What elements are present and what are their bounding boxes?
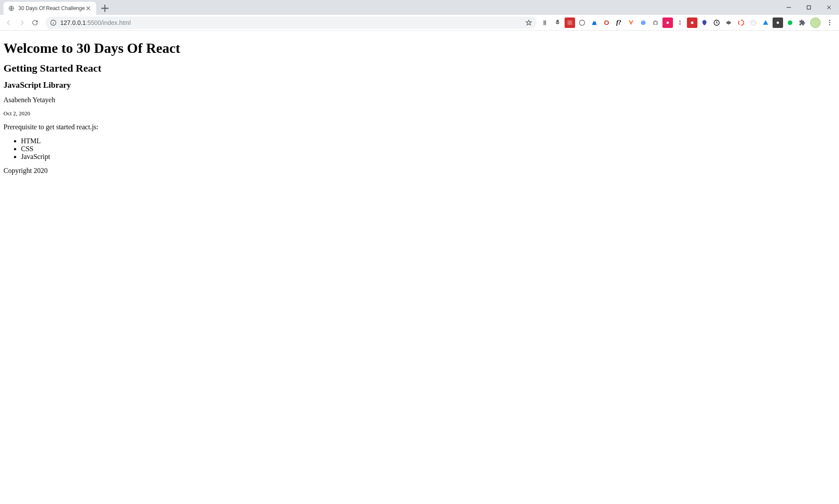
page-heading-h2: Getting Started React xyxy=(3,62,836,74)
extension-icon[interactable] xyxy=(565,17,575,28)
window-minimize-button[interactable] xyxy=(779,0,799,15)
svg-rect-5 xyxy=(568,20,572,25)
author-text: Asabeneh Yetayeh xyxy=(3,96,836,104)
extension-icon[interactable] xyxy=(724,17,734,28)
list-item: CSS xyxy=(21,145,836,153)
browser-tab[interactable]: 30 Days Of React Challenge xyxy=(3,2,96,15)
list-item: HTML xyxy=(21,137,836,145)
extension-icon[interactable] xyxy=(638,17,648,28)
site-info-icon[interactable] xyxy=(50,19,57,26)
extension-icon[interactable] xyxy=(711,17,722,28)
page-heading-h1: Welcome to 30 Days Of React xyxy=(3,40,836,56)
svg-point-6 xyxy=(579,20,585,25)
svg-rect-4 xyxy=(545,20,546,25)
extension-icon[interactable]: f? xyxy=(614,17,624,28)
svg-point-8 xyxy=(666,21,669,24)
extension-icon[interactable] xyxy=(760,17,771,28)
window-controls xyxy=(779,0,839,15)
extension-icon[interactable] xyxy=(748,17,759,28)
window-maximize-button[interactable] xyxy=(799,0,819,15)
svg-point-14 xyxy=(754,22,754,22)
extension-icon[interactable]: O xyxy=(601,17,612,28)
prereq-intro-text: Prerequisite to get started react.js: xyxy=(3,123,836,131)
extension-icon[interactable] xyxy=(662,17,673,28)
browser-toolbar: 127.0.0.1:5500/index.html O f? xyxy=(0,15,839,31)
list-item: JavaScript xyxy=(21,153,836,161)
back-button[interactable] xyxy=(3,17,15,29)
svg-rect-3 xyxy=(544,20,544,25)
svg-rect-9 xyxy=(691,21,693,24)
page-content: Welcome to 30 Days Of React Getting Star… xyxy=(0,31,839,504)
svg-point-12 xyxy=(751,20,756,25)
date-text: Oct 2, 2020 xyxy=(3,110,836,117)
new-tab-button[interactable] xyxy=(99,2,111,14)
extension-icon[interactable] xyxy=(540,17,551,28)
prereq-list: HTML CSS JavaScript xyxy=(3,137,836,161)
svg-point-11 xyxy=(738,20,744,25)
extension-icon[interactable] xyxy=(773,17,783,28)
browser-menu-button[interactable] xyxy=(823,17,836,29)
close-tab-icon[interactable] xyxy=(85,5,92,12)
svg-point-16 xyxy=(788,20,793,25)
url-host: 127.0.0.1 xyxy=(60,19,86,26)
extension-icon[interactable] xyxy=(577,17,587,28)
url-port: :5500 xyxy=(86,19,101,26)
svg-rect-1 xyxy=(807,6,811,9)
footer-text: Copyright 2020 xyxy=(3,167,836,175)
extension-icon[interactable] xyxy=(626,17,636,28)
extension-icon[interactable] xyxy=(785,17,795,28)
reload-button[interactable] xyxy=(29,17,41,29)
tab-strip: 30 Days Of React Challenge xyxy=(0,0,839,15)
svg-point-13 xyxy=(752,22,752,22)
extension-icon[interactable] xyxy=(552,17,563,28)
globe-favicon-icon xyxy=(8,5,15,12)
extension-icon[interactable] xyxy=(736,17,746,28)
extensions-row: O f? xyxy=(540,17,836,29)
page-heading-h3: JavaScript Library xyxy=(3,80,836,90)
svg-point-7 xyxy=(641,20,646,25)
svg-point-15 xyxy=(777,21,779,24)
url-text: 127.0.0.1:5500/index.html xyxy=(60,19,522,26)
extensions-puzzle-icon[interactable] xyxy=(797,17,808,28)
url-path: /index.html xyxy=(101,19,131,26)
forward-button[interactable] xyxy=(16,17,28,29)
extension-icon[interactable] xyxy=(699,17,710,28)
extension-icon[interactable] xyxy=(589,17,600,28)
window-close-button[interactable] xyxy=(819,0,839,15)
tab-title: 30 Days Of React Challenge xyxy=(18,5,85,11)
extension-icon[interactable] xyxy=(687,17,697,28)
address-bar[interactable]: 127.0.0.1:5500/index.html xyxy=(45,17,537,29)
bookmark-star-icon[interactable] xyxy=(525,19,532,26)
profile-avatar[interactable] xyxy=(810,17,821,28)
extension-icon[interactable] xyxy=(675,17,685,28)
extension-icon[interactable] xyxy=(650,17,661,28)
